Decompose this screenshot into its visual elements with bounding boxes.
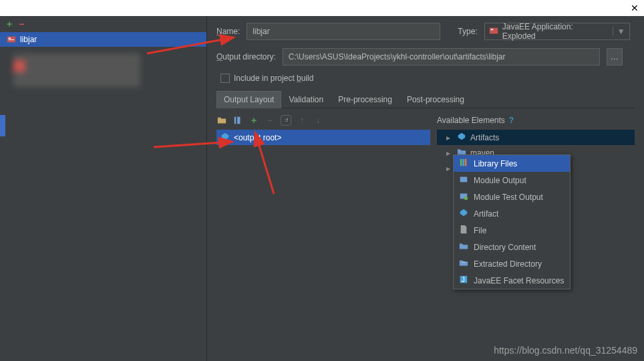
expander-icon[interactable]: ▸ xyxy=(446,148,453,158)
tree-item-label: Artifacts xyxy=(470,133,499,142)
main-container: + − libjar Name: Type: JavaEE Applicatio… xyxy=(0,16,644,361)
output-root-label: <output root> xyxy=(234,133,281,142)
folder-icon xyxy=(220,132,230,143)
menu-item-label: Library Files xyxy=(474,159,517,168)
svg-rect-11 xyxy=(465,159,467,166)
settings-tabs: Output Layout Validation Pre-processing … xyxy=(216,91,635,108)
remove-icon[interactable]: − xyxy=(265,115,275,126)
menu-item-label: Directory Content xyxy=(474,243,536,252)
menu-item-label: File xyxy=(474,226,486,235)
expander-icon[interactable]: ▸ xyxy=(446,133,453,142)
menu-javaee-facet[interactable]: J JavaEE Facet Resources xyxy=(454,272,570,289)
svg-rect-10 xyxy=(462,159,464,166)
tree-item-artifacts[interactable]: ▸ Artifacts xyxy=(437,130,635,145)
output-dir-input[interactable] xyxy=(283,48,600,66)
tab-validation[interactable]: Validation xyxy=(281,91,331,108)
name-label: Name: xyxy=(216,27,240,36)
webapp-icon xyxy=(489,26,498,37)
expander-icon[interactable]: ▸ xyxy=(446,164,453,173)
output-dir-row: Output directory: … xyxy=(216,48,635,66)
library-icon xyxy=(459,158,468,169)
svg-text:Z: Z xyxy=(287,119,288,122)
tab-output-layout[interactable]: Output Layout xyxy=(216,91,281,108)
menu-item-label: JavaEE Facet Resources xyxy=(474,276,564,285)
ellipsis-icon: … xyxy=(611,52,619,62)
move-down-icon[interactable]: ↓ xyxy=(313,115,323,126)
artifact-list-item[interactable]: libjar xyxy=(0,32,206,47)
watermark: https://blog.csdn.net/qq_31254489 xyxy=(494,345,637,356)
extracted-folder-icon xyxy=(459,258,468,269)
menu-module-output[interactable]: Module Output xyxy=(454,172,570,189)
layout-toolbar: + − AZ ↑ ↓ xyxy=(216,111,430,130)
module-test-icon xyxy=(459,191,468,203)
left-gutter-highlight xyxy=(0,115,5,136)
help-icon[interactable]: ? xyxy=(509,116,514,125)
available-elements-label: Available Elements xyxy=(437,116,505,125)
menu-item-label: Module Output xyxy=(474,176,526,185)
add-artifact-icon[interactable]: + xyxy=(7,19,12,29)
output-dir-label: Output directory: xyxy=(216,52,276,62)
artifact-list-item-label: libjar xyxy=(20,35,37,44)
type-label: Type: xyxy=(458,27,477,36)
svg-rect-1 xyxy=(9,37,11,39)
blurred-content xyxy=(13,53,140,87)
artifact-list-toolbar: + − xyxy=(0,16,206,32)
svg-rect-6 xyxy=(236,117,237,124)
layout-area: + − AZ ↑ ↓ <output root> Avail xyxy=(216,111,635,176)
svg-rect-3 xyxy=(490,27,498,33)
chevron-down-icon: ▼ xyxy=(613,27,625,36)
webapp-icon xyxy=(7,35,16,44)
available-elements-header: Available Elements ? xyxy=(437,111,635,130)
menu-item-label: Artifact xyxy=(474,209,498,219)
svg-rect-4 xyxy=(490,29,493,30)
artifact-settings-panel: Name: Type: JavaEE Application: Exploded… xyxy=(207,16,644,361)
remove-artifact-icon[interactable]: − xyxy=(19,19,24,29)
type-value: JavaEE Application: Exploded xyxy=(502,22,609,41)
close-icon[interactable]: ✕ xyxy=(631,3,639,13)
include-build-label: Include in project build xyxy=(234,74,313,83)
tab-pre-processing[interactable]: Pre-processing xyxy=(331,91,399,108)
folder-icon xyxy=(459,241,468,253)
menu-extracted-directory[interactable]: Extracted Directory xyxy=(454,255,570,272)
artifacts-icon xyxy=(457,132,466,143)
menu-library-files[interactable]: Library Files xyxy=(454,155,570,172)
menu-file[interactable]: File xyxy=(454,222,570,239)
add-copy-icon[interactable]: + xyxy=(249,115,259,126)
menu-module-test-output[interactable]: Module Test Output xyxy=(454,189,570,205)
new-archive-icon[interactable] xyxy=(232,115,243,126)
artifacts-list-panel: + − libjar xyxy=(0,16,207,361)
svg-point-14 xyxy=(464,197,468,200)
module-icon xyxy=(459,174,468,186)
svg-rect-2 xyxy=(9,39,15,40)
menu-directory-content[interactable]: Directory Content xyxy=(454,239,570,255)
move-up-icon[interactable]: ↑ xyxy=(297,115,307,126)
file-icon xyxy=(459,225,468,236)
menu-item-label: Module Test Output xyxy=(474,193,543,202)
tab-post-processing[interactable]: Post-processing xyxy=(399,91,472,108)
include-build-row[interactable]: Include in project build xyxy=(220,74,635,83)
svg-rect-12 xyxy=(460,177,468,183)
output-root-item[interactable]: <output root> xyxy=(216,130,430,145)
name-row: Name: Type: JavaEE Application: Exploded… xyxy=(216,23,635,40)
artifact-icon xyxy=(459,208,468,219)
type-dropdown[interactable]: JavaEE Application: Exploded ▼ xyxy=(484,23,630,40)
name-input[interactable] xyxy=(247,23,440,40)
javaee-icon: J xyxy=(459,275,468,286)
sort-icon[interactable]: AZ xyxy=(281,115,291,126)
add-copy-dropdown: Library Files Module Output Module Test … xyxy=(453,154,571,289)
output-layout-panel: + − AZ ↑ ↓ <output root> xyxy=(216,111,430,176)
title-bar: ✕ xyxy=(0,0,644,16)
svg-text:J: J xyxy=(462,275,465,283)
menu-item-label: Extracted Directory xyxy=(474,259,542,269)
include-build-checkbox[interactable] xyxy=(220,74,230,83)
new-folder-icon[interactable] xyxy=(216,115,227,126)
browse-button[interactable]: … xyxy=(607,48,623,66)
svg-rect-9 xyxy=(460,159,462,166)
menu-artifact[interactable]: Artifact xyxy=(454,205,570,222)
